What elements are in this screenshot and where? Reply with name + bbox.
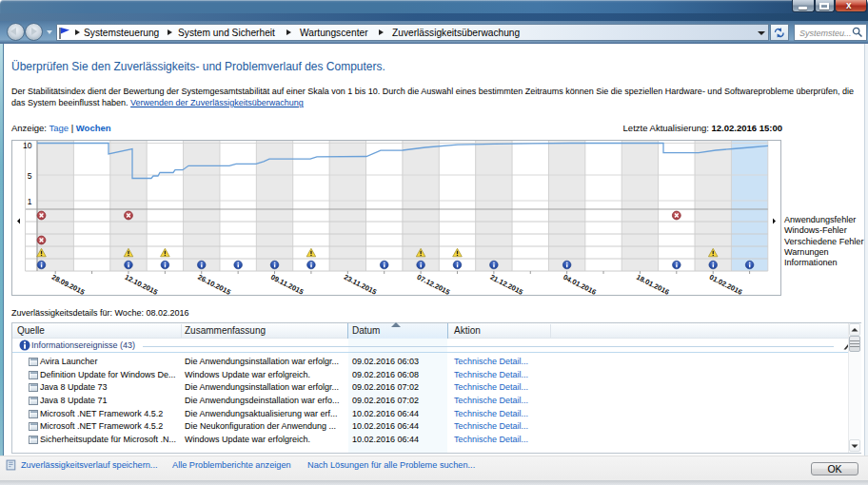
svg-text:10: 10 — [23, 141, 32, 150]
svg-text:28.09.2015: 28.09.2015 — [50, 273, 87, 296]
svg-text:18.01.2016: 18.01.2016 — [635, 273, 671, 296]
svg-text:09.11.2015: 09.11.2015 — [269, 273, 305, 296]
svg-text:07.12.2015: 07.12.2015 — [416, 273, 452, 296]
svg-text:5: 5 — [28, 171, 32, 181]
svg-text:04.01.2016: 04.01.2016 — [562, 273, 598, 296]
svg-text:23.11.2015: 23.11.2015 — [343, 273, 378, 296]
svg-text:01.02.2016: 01.02.2016 — [708, 273, 744, 296]
svg-text:1: 1 — [28, 197, 32, 206]
svg-text:12.10.2015: 12.10.2015 — [124, 273, 160, 296]
svg-text:21.12.2015: 21.12.2015 — [488, 273, 524, 296]
svg-text:26.10.2015: 26.10.2015 — [196, 273, 232, 296]
